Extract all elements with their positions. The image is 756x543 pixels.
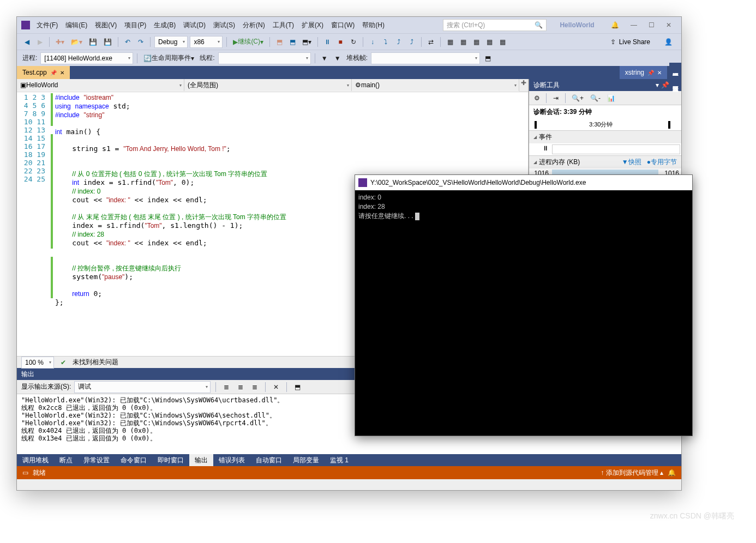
bottom-tab[interactable]: 监视 1 xyxy=(325,454,354,466)
tb-icon[interactable]: ≣ xyxy=(249,381,260,393)
menu-item[interactable]: 帮助(H) xyxy=(359,19,388,32)
new-button[interactable]: ✚▾ xyxy=(53,36,67,48)
bottom-tab[interactable]: 输出 xyxy=(189,454,213,466)
tb-icon[interactable]: ▦ xyxy=(445,36,455,48)
side-tab[interactable]: 团队资源管理器 xyxy=(669,76,681,87)
undo-button[interactable]: ↶ xyxy=(122,36,133,48)
tb-icon[interactable]: ⬒▾ xyxy=(300,36,314,48)
zoom-dropdown[interactable]: 100 % xyxy=(21,357,54,369)
output-title: 输出 xyxy=(21,370,34,379)
bottom-tab[interactable]: 即时窗口 xyxy=(152,454,189,466)
minimize-button[interactable]: — xyxy=(626,19,642,31)
continue-button[interactable]: ▶ 继续(C) ▾ xyxy=(231,36,266,48)
memory-label: 进程内存 (KB) xyxy=(539,158,580,167)
menu-item[interactable]: 扩展(X) xyxy=(298,19,327,32)
tb-icon[interactable]: ▼ xyxy=(332,52,343,64)
close-button[interactable]: ✕ xyxy=(661,19,677,31)
tb-icon[interactable]: ▦ xyxy=(471,36,482,48)
feedback-icon[interactable]: 🔔 xyxy=(611,21,619,29)
menu-item[interactable]: 调试(D) xyxy=(180,19,209,32)
func-dropdown[interactable]: ⚙ main() xyxy=(352,79,519,91)
dropdown-icon[interactable]: ▾ xyxy=(656,81,659,89)
platform-dropdown[interactable]: x86 xyxy=(190,36,223,48)
window-title: HelloWorld xyxy=(550,21,604,29)
bottom-tab[interactable]: 命令窗口 xyxy=(115,454,152,466)
redo-button[interactable]: ↷ xyxy=(135,36,146,48)
bottom-tab[interactable]: 错误列表 xyxy=(213,454,250,466)
nav-fwd-button[interactable]: ▶ xyxy=(34,36,45,48)
stop-button[interactable]: ■ xyxy=(335,36,346,48)
step-over-button[interactable]: ⤴ xyxy=(393,36,404,48)
pin-icon[interactable]: 📌 xyxy=(50,70,57,76)
tb-icon[interactable]: ⬒ xyxy=(292,381,303,393)
issues-text: 未找到相关问题 xyxy=(73,358,118,367)
bottom-tab[interactable]: 异常设置 xyxy=(78,454,115,466)
tb-icon[interactable]: ▦ xyxy=(497,36,508,48)
export-icon[interactable]: ⇥ xyxy=(550,92,561,104)
tb-icon[interactable]: ≣ xyxy=(235,381,246,393)
pin-icon[interactable]: 📌 xyxy=(647,70,654,76)
search-icon: 🔍 xyxy=(535,21,543,29)
step-into-button[interactable]: ⤵ xyxy=(380,36,391,48)
liveshare-button[interactable]: ⇪ Live Share 👤 xyxy=(606,38,677,46)
tb-icon[interactable]: ⇄ xyxy=(425,36,436,48)
tb-icon[interactable]: ⬒ xyxy=(274,36,285,48)
tab-xstring[interactable]: xstring 📌 ✕ xyxy=(620,66,667,79)
side-tab[interactable]: 解决方案资源管理器 xyxy=(669,63,681,74)
menu-item[interactable]: 分析(N) xyxy=(239,19,268,32)
bottom-tab[interactable]: 调用堆栈 xyxy=(17,454,54,466)
process-dropdown[interactable]: [11408] HelloWorld.exe xyxy=(40,52,133,64)
status-bar: ▭ 就绪 ↑ 添加到源代码管理 ▴ 🔔 xyxy=(17,466,681,479)
menu-item[interactable]: 文件(F) xyxy=(33,19,61,32)
menu-item[interactable]: 工具(T) xyxy=(269,19,297,32)
chart-icon[interactable]: 📊 xyxy=(605,92,617,104)
project-dropdown[interactable]: ▣ HelloWorld xyxy=(17,79,184,91)
tb-icon[interactable]: ⬒ xyxy=(287,36,298,48)
bottom-tab[interactable]: 局部变量 xyxy=(287,454,325,466)
step-out-button[interactable]: ⤴ xyxy=(406,36,417,48)
zoom-out-icon[interactable]: 🔍- xyxy=(588,92,603,104)
save-all-button[interactable]: 💾 xyxy=(101,36,114,48)
tb-icon[interactable]: ▦ xyxy=(458,36,469,48)
split-button[interactable]: ✚ xyxy=(519,79,528,92)
close-icon[interactable]: ✕ xyxy=(60,70,64,76)
search-input[interactable]: 搜索 (Ctrl+Q) 🔍 xyxy=(443,19,547,31)
scope-dropdown[interactable]: (全局范围) xyxy=(184,79,352,91)
tab-test-cpp[interactable]: Test.cpp 📌 ✕ xyxy=(17,66,70,79)
menu-item[interactable]: 测试(S) xyxy=(210,19,238,32)
menu-item[interactable]: 视图(V) xyxy=(92,19,120,32)
save-button[interactable]: 💾 xyxy=(87,36,99,48)
tb-icon[interactable]: ▦ xyxy=(484,36,495,48)
timeline-ruler[interactable]: 3:30分钟 xyxy=(529,119,681,131)
pause-button[interactable]: ⏸ xyxy=(322,36,333,48)
tb-icon[interactable]: ≣ xyxy=(221,381,232,393)
pin-icon[interactable]: 📌 xyxy=(661,81,669,89)
tb-icon[interactable]: ⬒ xyxy=(482,52,493,64)
bottom-tab[interactable]: 自动窗口 xyxy=(250,454,287,466)
zoom-in-icon[interactable]: 🔍+ xyxy=(569,92,586,104)
scm-button[interactable]: ↑ 添加到源代码管理 ▴ xyxy=(601,468,663,478)
config-dropdown[interactable]: Debug xyxy=(154,36,188,48)
watermark: znwx.cn CSDN @韩曙亮 xyxy=(650,511,734,521)
bottom-tab[interactable]: 断点 xyxy=(54,454,78,466)
lifecycle-button[interactable]: 🔄 生命周期事件 ▾ xyxy=(141,52,196,64)
menu-item[interactable]: 生成(B) xyxy=(151,19,179,32)
menu-item[interactable]: 窗口(W) xyxy=(328,19,358,32)
step-button[interactable]: ↓ xyxy=(367,36,378,48)
menubar: 文件(F)编辑(E)视图(V)项目(P)生成(B)调试(D)测试(S)分析(N)… xyxy=(33,19,440,32)
close-icon[interactable]: ✕ xyxy=(657,70,662,76)
open-button[interactable]: 📂▾ xyxy=(69,36,85,48)
tb-icon[interactable]: ▼ xyxy=(319,52,330,64)
console-window[interactable]: Y:\002_WorkSpace\002_VS\HelloWorld\Hello… xyxy=(355,174,693,436)
restart-button[interactable]: ↻ xyxy=(348,36,359,48)
thread-dropdown[interactable] xyxy=(218,52,311,64)
maximize-button[interactable]: ☐ xyxy=(643,19,659,31)
bell-icon[interactable]: 🔔 xyxy=(668,469,676,476)
gear-icon[interactable]: ⚙ xyxy=(531,92,542,104)
clear-icon[interactable]: ✕ xyxy=(271,381,281,393)
menu-item[interactable]: 编辑(E) xyxy=(62,19,91,32)
nav-back-button[interactable]: ◀ xyxy=(21,36,32,48)
menu-item[interactable]: 项目(P) xyxy=(121,19,149,32)
stackframe-dropdown[interactable] xyxy=(371,52,480,64)
output-source-dropdown[interactable]: 调试 xyxy=(74,381,211,393)
